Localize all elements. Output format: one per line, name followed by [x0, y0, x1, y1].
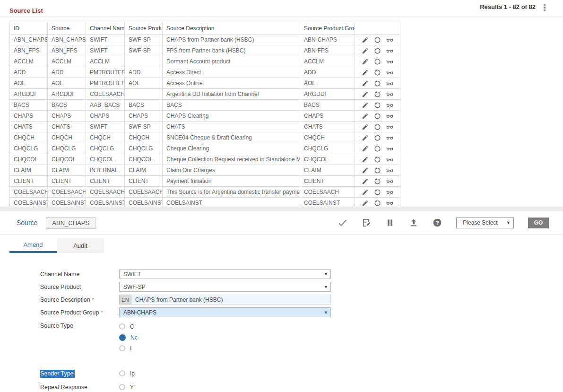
table-row[interactable]: CLAIM CLAIM INTERNAL CLAIM Claim Our Cha…: [10, 165, 400, 176]
cell-source-product: CLIENT: [125, 176, 163, 187]
edit-icon[interactable]: [362, 123, 369, 131]
edit-icon[interactable]: [362, 69, 369, 76]
edit-icon[interactable]: [362, 167, 369, 174]
view-icon[interactable]: [386, 156, 393, 163]
source-product-select[interactable]: SWF-SP ▼: [119, 282, 331, 292]
edit-icon[interactable]: [362, 36, 369, 44]
cell-id: CHQCH: [10, 132, 48, 143]
radio-repeat-response-y[interactable]: Y: [119, 382, 134, 392]
cell-source-description: CHAPS Clearing: [163, 111, 300, 122]
chevron-down-icon: ▼: [324, 310, 328, 315]
restore-icon[interactable]: [374, 36, 381, 44]
radio-source-type-c[interactable]: C: [119, 321, 138, 332]
action-select[interactable]: - Please Select ▼: [456, 218, 514, 228]
edit-icon[interactable]: [362, 113, 369, 120]
table-row[interactable]: ACCLM ACCLM ACCLM Dormant Account produc…: [10, 56, 400, 67]
restore-icon[interactable]: [374, 113, 381, 120]
table-row[interactable]: ARGDDI ARGDDI COELSAACH Argentina DD Ini…: [10, 89, 400, 100]
cell-id: AOL: [10, 78, 48, 89]
help-icon[interactable]: ?: [433, 218, 442, 227]
view-icon[interactable]: [386, 167, 393, 174]
view-icon[interactable]: [386, 113, 393, 120]
amend-document-icon[interactable]: [362, 218, 371, 227]
table-row[interactable]: CHAPS CHAPS CHAPS CHAPS CHAPS Clearing C…: [10, 111, 400, 122]
view-icon[interactable]: [386, 47, 393, 54]
edit-icon[interactable]: [362, 200, 369, 207]
table-row[interactable]: CHATS CHATS SWIFT SWF-SP CHATS CHATS: [10, 122, 400, 132]
source-product-label: Source Product: [0, 284, 119, 290]
cell-channel-name: COELSAACH: [86, 187, 125, 198]
svg-text:?: ?: [435, 219, 439, 226]
view-icon[interactable]: [386, 69, 393, 76]
view-icon[interactable]: [386, 145, 393, 152]
table-row[interactable]: ABN_CHAPS ABN_CHAPS SWIFT SWF-SP CHAPS f…: [10, 35, 400, 45]
restore-icon[interactable]: [374, 123, 381, 131]
approve-check-icon[interactable]: [338, 218, 347, 227]
kebab-menu-icon[interactable]: [540, 3, 549, 12]
restore-icon[interactable]: [374, 134, 381, 141]
view-icon[interactable]: [386, 178, 393, 185]
restore-icon[interactable]: [374, 145, 381, 152]
view-icon[interactable]: [386, 123, 393, 131]
restore-icon[interactable]: [374, 47, 381, 54]
column-header-id: ID: [10, 22, 48, 35]
restore-icon[interactable]: [374, 80, 381, 87]
hold-pause-icon[interactable]: [385, 218, 395, 227]
table-row[interactable]: CHQCH CHQCH CHQCH CHQCH SNCE04 Cheque & …: [10, 132, 400, 143]
source-product-group-select[interactable]: ABN-CHAPS ▼: [119, 307, 331, 317]
view-icon[interactable]: [386, 80, 393, 87]
channel-name-select[interactable]: SWIFT ▼: [119, 269, 331, 279]
edit-icon[interactable]: [362, 178, 369, 185]
edit-icon[interactable]: [362, 156, 369, 163]
radio-icon: [119, 323, 125, 330]
cell-channel-name: ACCLM: [86, 56, 125, 67]
restore-icon[interactable]: [374, 189, 381, 196]
cell-channel-name: SWIFT: [86, 45, 125, 56]
table-row[interactable]: CHQCOL CHQCOL CHQCOL CHQCOL Cheque Colle…: [10, 154, 400, 165]
view-icon[interactable]: [386, 189, 393, 196]
upload-icon[interactable]: [409, 218, 418, 227]
table-row[interactable]: COELSAACH COELSAACH COELSAACH COELSAACH …: [10, 187, 400, 198]
view-icon[interactable]: [386, 58, 393, 65]
cell-source-product: BACS: [125, 100, 163, 111]
table-row[interactable]: CLIENT CLIENT CLIENT CLIENT Payment Init…: [10, 176, 400, 187]
language-badge: EN: [119, 295, 131, 305]
restore-icon[interactable]: [374, 167, 381, 174]
table-row[interactable]: ADD ADD PMTROUTER ADD Access Direct ADD: [10, 67, 400, 78]
edit-icon[interactable]: [362, 91, 369, 98]
restore-icon[interactable]: [374, 91, 381, 98]
edit-icon[interactable]: [362, 58, 369, 65]
restore-icon[interactable]: [374, 58, 381, 65]
edit-icon[interactable]: [362, 47, 369, 54]
table-row[interactable]: CHQCLG CHQCLG CHQCLG CHQCLG Cheque Clear…: [10, 143, 400, 154]
radio-icon: [119, 384, 125, 390]
cell-id: CHATS: [10, 122, 48, 132]
edit-icon[interactable]: [362, 189, 369, 196]
go-button[interactable]: GO: [528, 218, 549, 228]
edit-icon[interactable]: [362, 80, 369, 87]
radio-sender-type-ip[interactable]: Ip: [119, 368, 135, 379]
view-icon[interactable]: [386, 102, 393, 109]
restore-icon[interactable]: [374, 200, 381, 207]
edit-icon[interactable]: [362, 134, 369, 141]
table-row[interactable]: COELSAINST COELSAINST COELSAINST COELSAI…: [10, 198, 400, 207]
view-icon[interactable]: [386, 200, 393, 207]
cell-source-product-group: CHQCLG: [300, 143, 355, 154]
table-row[interactable]: ABN_FPS ABN_FPS SWIFT SWF-SP FPS from Pa…: [10, 45, 400, 56]
restore-icon[interactable]: [374, 102, 381, 109]
radio-source-type-i[interactable]: I: [119, 343, 138, 354]
restore-icon[interactable]: [374, 156, 381, 163]
tab-amend[interactable]: Amend: [9, 238, 57, 253]
view-icon[interactable]: [386, 134, 393, 141]
radio-source-type-nc[interactable]: Nc: [119, 332, 138, 343]
view-icon[interactable]: [386, 36, 393, 44]
edit-icon[interactable]: [362, 145, 369, 152]
source-description-input[interactable]: [131, 295, 331, 305]
restore-icon[interactable]: [374, 178, 381, 185]
tab-audit[interactable]: Audit: [57, 238, 104, 253]
table-row[interactable]: BACS BACS AAB_BACS BACS BACS BACS: [10, 100, 400, 111]
view-icon[interactable]: [386, 91, 393, 98]
table-row[interactable]: AOL AOL PMTROUTER AOL Access Online AOL: [10, 78, 400, 89]
edit-icon[interactable]: [362, 102, 369, 109]
restore-icon[interactable]: [374, 69, 381, 76]
